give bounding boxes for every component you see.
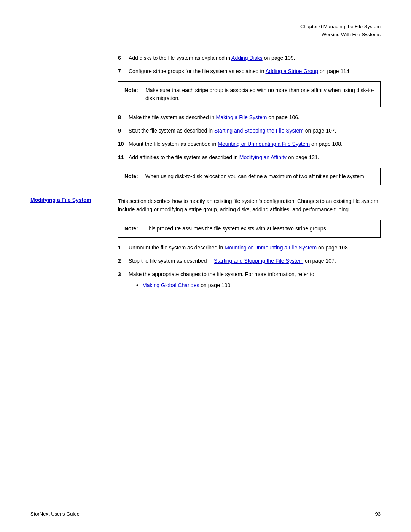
page-header: Chapter 6 Managing the File System Worki… xyxy=(0,23,411,39)
page-footer: StorNext User's Guide 93 xyxy=(30,511,381,517)
item-number-9: 9 xyxy=(118,127,129,135)
starting-stopping-link[interactable]: Starting and Stopping the File System xyxy=(214,128,304,134)
note-label-1: Note: xyxy=(124,86,145,102)
list-item: 7 Configure stripe groups for the file s… xyxy=(118,67,381,75)
note-text-1: Make sure that each stripe group is asso… xyxy=(145,86,374,102)
note-text-3: This procedure assumes the file system e… xyxy=(145,225,374,233)
header-line2: Working With File Systems xyxy=(0,31,381,39)
bottom-item-number-3: 3 xyxy=(118,270,129,292)
section-sidebar: Modifying a File System xyxy=(30,197,118,297)
item-text-9: Start the file system as described in St… xyxy=(129,127,381,135)
footer-left: StorNext User's Guide xyxy=(30,511,80,517)
bottom-item-number-2: 2 xyxy=(118,257,129,265)
modifying-section: Modifying a File System This section des… xyxy=(0,197,411,297)
making-file-system-link[interactable]: Making a File System xyxy=(216,114,267,120)
adding-disks-link[interactable]: Adding Disks xyxy=(231,55,263,61)
modifying-description: This section describes how to modify an … xyxy=(118,197,381,214)
item-number-7: 7 xyxy=(118,67,129,75)
list-item: 11 Add affinities to the file system as … xyxy=(118,153,381,161)
note-text-2: When using disk-to-disk relocation you c… xyxy=(145,173,374,181)
bullet-list: Making Global Changes on page 100 xyxy=(129,281,381,289)
list-item: 6 Add disks to the file system as explai… xyxy=(118,54,381,62)
item-text-6: Add disks to the file system as explaine… xyxy=(129,54,381,62)
modifying-heading: Modifying a File System xyxy=(30,197,91,203)
item-number-6: 6 xyxy=(118,54,129,62)
note-label-2: Note: xyxy=(124,173,145,181)
list-item: 9 Start the file system as described in … xyxy=(118,127,381,135)
header-line1: Chapter 6 Managing the File System xyxy=(0,23,381,31)
mounting-unmounting-link-2[interactable]: Mounting or Unmounting a File System xyxy=(225,244,317,251)
item-text-8: Make the file system as described in Mak… xyxy=(129,113,381,121)
bottom-item-text-1: Unmount the file system as described in … xyxy=(129,244,381,252)
adding-stripe-group-link[interactable]: Adding a Stripe Group xyxy=(266,68,319,74)
bottom-item-number-1: 1 xyxy=(118,244,129,252)
item-number-8: 8 xyxy=(118,113,129,121)
mounting-unmounting-link-1[interactable]: Mounting or Unmounting a File System xyxy=(218,141,310,147)
footer-right: 93 xyxy=(375,511,381,517)
list-item: 10 Mount the file system as described in… xyxy=(118,140,381,148)
list-item: 2 Stop the file system as described in S… xyxy=(118,257,381,265)
note-box-3: Note: This procedure assumes the file sy… xyxy=(118,220,381,238)
list-item: 3 Make the appropriate changes to the fi… xyxy=(118,270,381,292)
item-text-10: Mount the file system as described in Mo… xyxy=(129,140,381,148)
bottom-item-text-3: Make the appropriate changes to the file… xyxy=(129,270,381,292)
starting-stopping-link-2[interactable]: Starting and Stopping the File System xyxy=(214,258,303,264)
bullet-item: Making Global Changes on page 100 xyxy=(136,281,381,289)
item-number-11: 11 xyxy=(118,153,129,161)
page: Chapter 6 Managing the File System Worki… xyxy=(0,0,411,532)
note-label-3: Note: xyxy=(124,225,145,233)
note-box-1: Note: Make sure that each stripe group i… xyxy=(118,81,381,107)
list-item: 1 Unmount the file system as described i… xyxy=(118,244,381,252)
item-number-10: 10 xyxy=(118,140,129,148)
list-item: 8 Make the file system as described in M… xyxy=(118,113,381,121)
bottom-item-text-2: Stop the file system as described in Sta… xyxy=(129,257,381,265)
making-global-changes-link[interactable]: Making Global Changes xyxy=(142,282,199,288)
modifying-affinity-link[interactable]: Modifying an Affinity xyxy=(239,154,287,160)
modifying-content: This section describes how to modify an … xyxy=(118,197,381,297)
item-text-7: Configure stripe groups for the file sys… xyxy=(129,67,381,75)
note-box-2: Note: When using disk-to-disk relocation… xyxy=(118,168,381,185)
item-text-11: Add affinities to the file system as des… xyxy=(129,153,381,161)
top-items-section: 6 Add disks to the file system as explai… xyxy=(0,54,411,185)
